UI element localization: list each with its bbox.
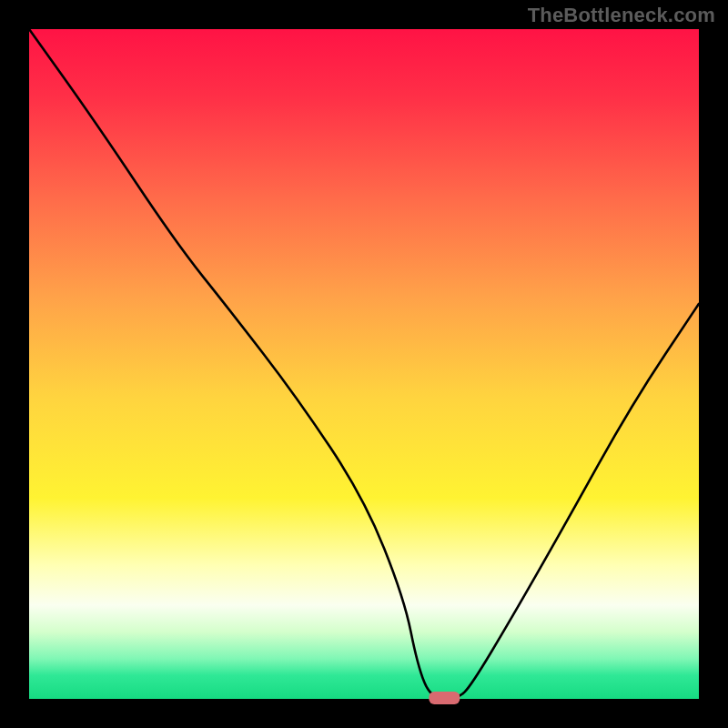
plot-background — [29, 29, 699, 699]
watermark-text: TheBottleneck.com — [528, 4, 715, 27]
optimum-marker — [429, 692, 460, 704]
chart-frame: TheBottleneck.com — [0, 0, 728, 728]
bottleneck-chart — [0, 0, 728, 728]
